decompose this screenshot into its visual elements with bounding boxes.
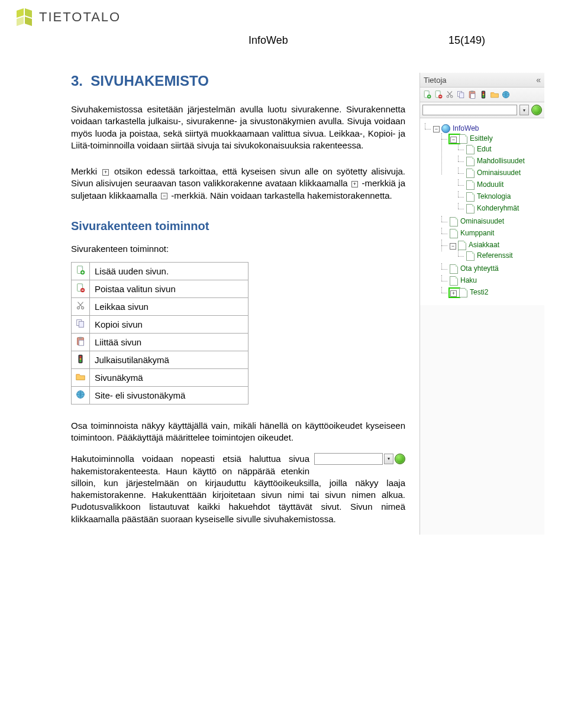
- paste-icon[interactable]: [467, 90, 477, 99]
- subsection-heading: Sivurakenteen toiminnot: [71, 219, 405, 233]
- action-row: Liittää sivun: [72, 333, 248, 351]
- tree-item-label[interactable]: Esittely: [470, 135, 493, 143]
- action-label: Sivunäkymä: [90, 368, 248, 386]
- collapse-toggle[interactable]: −: [450, 137, 457, 143]
- inline-search-widget: ▾: [314, 453, 405, 465]
- page-icon: [450, 229, 458, 238]
- tree-item-label[interactable]: Ominaisuudet: [477, 169, 521, 177]
- tree-item-label[interactable]: Testi2: [470, 289, 488, 297]
- action-row: Site- eli sivustonäkymä: [72, 386, 248, 404]
- tree-item: Edut: [458, 144, 542, 156]
- tree-item-label[interactable]: Edut: [477, 145, 492, 154]
- plus-icon: +: [351, 181, 358, 187]
- globe-icon[interactable]: [501, 90, 511, 99]
- section-paragraph-2: Merkki + otsikon edessä tarkoittaa, että…: [71, 166, 405, 202]
- collapse-toggle[interactable]: −: [433, 126, 440, 132]
- page-add-icon[interactable]: [422, 90, 432, 99]
- copy-icon[interactable]: [456, 90, 466, 99]
- page-icon: [466, 169, 475, 178]
- tree-item: Ominaisuudet: [441, 216, 542, 228]
- svg-rect-10: [79, 340, 83, 345]
- page-icon: [466, 192, 475, 202]
- logo-icon: [14, 7, 34, 27]
- svg-point-14: [79, 360, 81, 362]
- collapse-icon[interactable]: «: [536, 75, 541, 85]
- plus-icon: +: [102, 169, 109, 176]
- tree-item-label[interactable]: Kohderyhmät: [477, 205, 519, 213]
- globe-icon: [72, 386, 90, 404]
- tree-item-label[interactable]: Moduulit: [477, 181, 504, 189]
- svg-point-5: [82, 306, 84, 309]
- action-row: Kopioi sivun: [72, 315, 248, 333]
- tree-item-label[interactable]: Referenssit: [477, 252, 513, 260]
- page-remove-icon[interactable]: [434, 90, 443, 99]
- action-table: Lisää uuden sivun.Poistaa valitun sivunL…: [71, 262, 248, 405]
- header: TIETOTALO: [0, 0, 568, 32]
- copy-icon: [72, 315, 90, 333]
- tree-root-label[interactable]: InfoWeb: [453, 124, 479, 132]
- page-icon: [466, 180, 475, 190]
- panel-search-row: ▾: [420, 102, 544, 118]
- tree-item: +Testi2: [441, 287, 542, 299]
- page-add-icon: [72, 262, 90, 280]
- tree-item-label[interactable]: Ominaisuudet: [460, 218, 504, 226]
- tree-view: −InfoWeb−EsittelyEdutMahdollisuudetOmina…: [420, 118, 544, 305]
- tree-item: Ota yhteyttä: [441, 263, 542, 275]
- panel-toolbar: [420, 88, 544, 102]
- svg-rect-26: [471, 93, 475, 98]
- action-row: Sivunäkymä: [72, 368, 248, 386]
- subsection-caption: Sivurakenteen toiminnot:: [71, 244, 405, 254]
- folder-icon[interactable]: [490, 90, 499, 99]
- inline-dropdown-button[interactable]: ▾: [384, 454, 393, 464]
- section-heading: 3. SIVUHAKEMISTO: [71, 73, 405, 89]
- panel-title: Tietoja: [424, 76, 447, 85]
- tree-item-label[interactable]: Haku: [460, 277, 477, 285]
- tree-item: −AsiakkaatReferenssit: [441, 240, 542, 263]
- tree-item-label[interactable]: Teknologia: [477, 193, 511, 201]
- tree-item-label[interactable]: Ota yhteyttä: [460, 265, 499, 273]
- collapse-toggle[interactable]: −: [450, 243, 456, 250]
- svg-rect-23: [460, 93, 464, 98]
- bottom-paragraph-1: Osa toiminnoista näkyy käyttäjällä vain,…: [71, 420, 405, 444]
- inline-go-button[interactable]: [395, 454, 405, 464]
- minus-icon: −: [161, 193, 167, 199]
- doc-page-number: 15(149): [448, 34, 485, 47]
- tree-item: Kumppanit: [441, 228, 542, 240]
- svg-point-20: [447, 95, 449, 98]
- page-icon: [466, 145, 475, 154]
- section-paragraph-1: Sivuhakemistossa esitetään järjestelmän …: [71, 103, 405, 151]
- tree-item: Kohderyhmät: [458, 203, 542, 215]
- svg-point-30: [483, 96, 485, 98]
- svg-point-21: [450, 95, 453, 98]
- info-panel: Tietoja « ▾ −InfoWeb−EsittelyEdutMahdoll…: [419, 73, 544, 535]
- page-icon: [459, 134, 467, 144]
- traffic-icon: [72, 351, 90, 368]
- action-label: Site- eli sivustonäkymä: [90, 386, 248, 404]
- expand-toggle[interactable]: +: [450, 290, 457, 297]
- page-remove-icon: [72, 280, 90, 297]
- action-row: Leikkaa sivun: [72, 297, 248, 315]
- tree-item-label[interactable]: Asiakkaat: [469, 241, 499, 250]
- folder-icon: [72, 368, 90, 386]
- action-row: Poistaa valitun sivun: [72, 280, 248, 297]
- inline-search-input[interactable]: [314, 453, 383, 465]
- tree-item: Teknologia: [458, 191, 542, 203]
- cut-icon[interactable]: [445, 90, 454, 99]
- page-icon: [450, 217, 458, 227]
- doc-title: InfoWeb: [248, 34, 288, 47]
- panel-dropdown-button[interactable]: ▾: [519, 105, 529, 115]
- svg-point-13: [79, 358, 81, 360]
- action-label: Julkaisutilanäkymä: [90, 351, 248, 368]
- tree-item-label[interactable]: Mahdollisuudet: [477, 157, 525, 166]
- panel-search-input[interactable]: [422, 105, 517, 115]
- paste-icon: [72, 333, 90, 351]
- brand-name: TIETOTALO: [39, 9, 121, 25]
- tree-item-label[interactable]: Kumppanit: [460, 229, 494, 238]
- action-label: Leikkaa sivun: [90, 297, 248, 315]
- svg-point-12: [79, 356, 81, 358]
- tree-item: Moduulit: [458, 179, 542, 191]
- tree-item: −EsittelyEdutMahdollisuudetOminaisuudetM…: [441, 133, 542, 216]
- traffic-icon[interactable]: [479, 90, 488, 99]
- tree-item: Referenssit: [458, 250, 542, 262]
- panel-go-button[interactable]: [531, 105, 542, 115]
